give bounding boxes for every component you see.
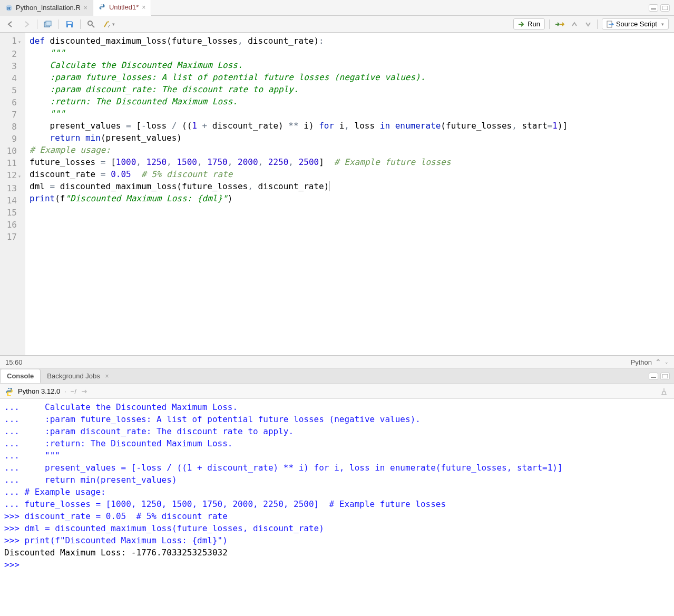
editor-area: 1▾23456789101112▾1314151617 def discount…	[0, 33, 674, 356]
svg-point-11	[109, 25, 110, 26]
back-icon[interactable]	[5, 18, 16, 30]
tab-console[interactable]: Console	[0, 369, 41, 383]
code-editor[interactable]: def discounted_maximum_loss(future_losse…	[25, 33, 674, 355]
svg-rect-6	[46, 21, 51, 26]
go-prev-section-icon[interactable]	[570, 18, 579, 30]
svg-rect-7	[67, 22, 72, 24]
separator	[37, 19, 37, 29]
tab-label: Untitled1*	[109, 3, 139, 11]
svg-line-10	[92, 25, 94, 27]
forward-icon[interactable]	[21, 18, 32, 30]
minimize-pane-icon[interactable]	[649, 4, 658, 12]
console-header: Python 3.12.0 · ~/	[0, 384, 674, 399]
separator	[80, 19, 81, 29]
open-dir-icon[interactable]	[81, 388, 88, 395]
line-number-gutter[interactable]: 1▾23456789101112▾1314151617	[0, 33, 25, 355]
svg-rect-14	[651, 377, 656, 378]
svg-rect-3	[651, 8, 656, 9]
python-file-icon	[99, 4, 106, 11]
svg-point-9	[88, 21, 92, 25]
tab-label: Python_Installation.R	[16, 4, 81, 12]
console-path-sep: ·	[64, 387, 66, 395]
tab-untitled1[interactable]: Untitled1* ×	[93, 0, 151, 16]
r-file-icon: R	[5, 4, 13, 12]
console-version: Python 3.12.0	[18, 387, 60, 395]
tab-background-jobs[interactable]: Background Jobs ×	[41, 369, 115, 383]
maximize-pane-icon[interactable]	[660, 4, 670, 12]
tab-label: Background Jobs	[47, 372, 100, 380]
separator	[597, 19, 598, 29]
clear-console-icon[interactable]	[659, 387, 669, 396]
svg-text:R: R	[7, 5, 11, 11]
run-button[interactable]: Run	[513, 18, 545, 30]
source-icon	[607, 21, 614, 28]
console-output[interactable]: ... Calculate the Discounted Maximum Los…	[0, 399, 674, 616]
python-icon	[5, 387, 14, 396]
language-indicator[interactable]: Python	[631, 358, 652, 366]
svg-rect-4	[662, 6, 668, 10]
rerun-icon[interactable]	[554, 18, 565, 30]
run-controls: Run Source Script ▾	[513, 18, 669, 30]
find-icon[interactable]	[86, 18, 96, 30]
run-arrow-icon	[518, 21, 525, 27]
maximize-pane-icon[interactable]	[660, 373, 670, 380]
close-icon[interactable]: ×	[84, 4, 87, 12]
bottom-pane: Console Background Jobs × Python 3.12.0 …	[0, 368, 674, 616]
close-icon[interactable]: ×	[142, 4, 145, 11]
svg-rect-8	[68, 25, 71, 27]
editor-toolbar: ▾ Run Source Script ▾	[0, 16, 674, 33]
cursor-position: 15:60	[5, 358, 23, 366]
bottom-tabs-row: Console Background Jobs ×	[0, 368, 674, 384]
separator	[549, 19, 550, 29]
close-icon[interactable]: ×	[105, 373, 109, 380]
go-next-section-icon[interactable]	[583, 18, 593, 30]
pane-controls	[649, 373, 674, 380]
tab-python-installation[interactable]: R Python_Installation.R ×	[0, 0, 93, 16]
language-menu-icon[interactable]: ⌃	[655, 358, 661, 366]
svg-point-12	[108, 26, 109, 27]
pane-controls	[649, 4, 674, 12]
minimize-pane-icon[interactable]	[649, 373, 658, 380]
svg-point-2	[101, 4, 101, 5]
show-in-new-window-icon[interactable]	[43, 18, 53, 30]
code-tools-icon[interactable]: ▾	[102, 18, 116, 30]
editor-tabs-row: R Python_Installation.R × Untitled1* ×	[0, 0, 674, 16]
svg-rect-15	[662, 374, 668, 378]
chevron-down-icon: ▾	[659, 22, 664, 27]
save-icon[interactable]	[64, 18, 75, 30]
separator	[58, 19, 59, 29]
console-path: ~/	[71, 387, 76, 395]
source-script-button[interactable]: Source Script ▾	[602, 18, 669, 30]
source-label: Source Script	[616, 20, 657, 28]
run-label: Run	[528, 20, 540, 28]
editor-status-bar: 15:60 Python ⌃ ⌄	[0, 356, 674, 368]
